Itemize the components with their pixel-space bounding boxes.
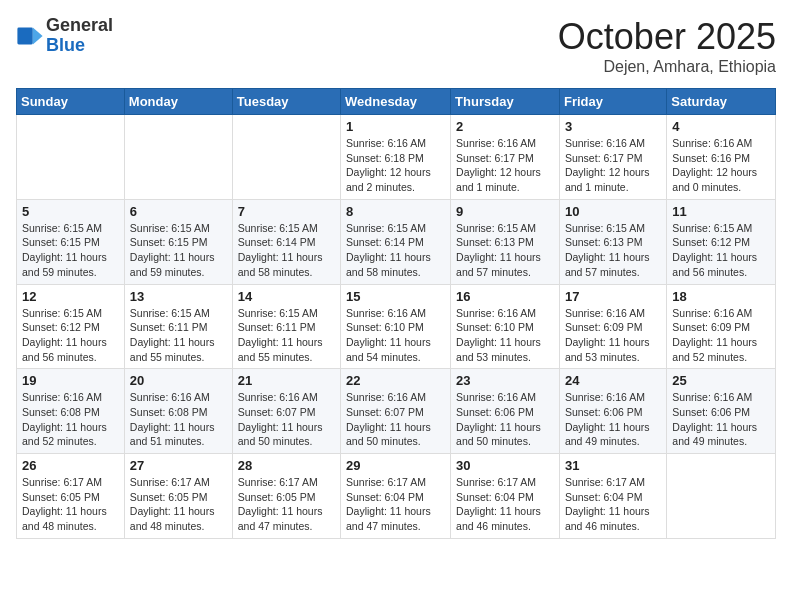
day-info: Sunrise: 6:16 AM Sunset: 6:10 PM Dayligh… (456, 306, 554, 365)
calendar-cell: 29Sunrise: 6:17 AM Sunset: 6:04 PM Dayli… (341, 454, 451, 539)
calendar-cell: 27Sunrise: 6:17 AM Sunset: 6:05 PM Dayli… (124, 454, 232, 539)
calendar-cell: 16Sunrise: 6:16 AM Sunset: 6:10 PM Dayli… (451, 284, 560, 369)
day-info: Sunrise: 6:17 AM Sunset: 6:05 PM Dayligh… (130, 475, 227, 534)
day-info: Sunrise: 6:16 AM Sunset: 6:09 PM Dayligh… (672, 306, 770, 365)
calendar-header-thursday: Thursday (451, 89, 560, 115)
calendar-cell: 3Sunrise: 6:16 AM Sunset: 6:17 PM Daylig… (559, 115, 666, 200)
calendar-cell: 25Sunrise: 6:16 AM Sunset: 6:06 PM Dayli… (667, 369, 776, 454)
day-number: 30 (456, 458, 554, 473)
calendar-header-friday: Friday (559, 89, 666, 115)
day-info: Sunrise: 6:16 AM Sunset: 6:06 PM Dayligh… (456, 390, 554, 449)
month-title: October 2025 (558, 16, 776, 58)
day-number: 23 (456, 373, 554, 388)
calendar-week-row: 1Sunrise: 6:16 AM Sunset: 6:18 PM Daylig… (17, 115, 776, 200)
day-info: Sunrise: 6:16 AM Sunset: 6:09 PM Dayligh… (565, 306, 661, 365)
page-header: General Blue October 2025 Dejen, Amhara,… (16, 16, 776, 76)
calendar-week-row: 26Sunrise: 6:17 AM Sunset: 6:05 PM Dayli… (17, 454, 776, 539)
day-info: Sunrise: 6:15 AM Sunset: 6:14 PM Dayligh… (346, 221, 445, 280)
day-number: 19 (22, 373, 119, 388)
day-number: 25 (672, 373, 770, 388)
svg-marker-1 (33, 27, 43, 44)
calendar-cell: 4Sunrise: 6:16 AM Sunset: 6:16 PM Daylig… (667, 115, 776, 200)
calendar-cell: 31Sunrise: 6:17 AM Sunset: 6:04 PM Dayli… (559, 454, 666, 539)
day-number: 22 (346, 373, 445, 388)
calendar-cell: 2Sunrise: 6:16 AM Sunset: 6:17 PM Daylig… (451, 115, 560, 200)
day-number: 7 (238, 204, 335, 219)
day-info: Sunrise: 6:15 AM Sunset: 6:12 PM Dayligh… (672, 221, 770, 280)
day-number: 18 (672, 289, 770, 304)
day-info: Sunrise: 6:15 AM Sunset: 6:15 PM Dayligh… (22, 221, 119, 280)
calendar-cell: 13Sunrise: 6:15 AM Sunset: 6:11 PM Dayli… (124, 284, 232, 369)
day-number: 26 (22, 458, 119, 473)
day-info: Sunrise: 6:15 AM Sunset: 6:13 PM Dayligh… (565, 221, 661, 280)
day-info: Sunrise: 6:15 AM Sunset: 6:15 PM Dayligh… (130, 221, 227, 280)
day-number: 11 (672, 204, 770, 219)
day-number: 15 (346, 289, 445, 304)
calendar-header-saturday: Saturday (667, 89, 776, 115)
calendar-week-row: 19Sunrise: 6:16 AM Sunset: 6:08 PM Dayli… (17, 369, 776, 454)
calendar-cell: 23Sunrise: 6:16 AM Sunset: 6:06 PM Dayli… (451, 369, 560, 454)
title-block: October 2025 Dejen, Amhara, Ethiopia (558, 16, 776, 76)
day-info: Sunrise: 6:17 AM Sunset: 6:05 PM Dayligh… (238, 475, 335, 534)
calendar-cell: 11Sunrise: 6:15 AM Sunset: 6:12 PM Dayli… (667, 199, 776, 284)
day-number: 5 (22, 204, 119, 219)
day-number: 17 (565, 289, 661, 304)
day-info: Sunrise: 6:16 AM Sunset: 6:06 PM Dayligh… (672, 390, 770, 449)
calendar-header-wednesday: Wednesday (341, 89, 451, 115)
day-info: Sunrise: 6:16 AM Sunset: 6:18 PM Dayligh… (346, 136, 445, 195)
day-info: Sunrise: 6:16 AM Sunset: 6:08 PM Dayligh… (130, 390, 227, 449)
day-info: Sunrise: 6:16 AM Sunset: 6:07 PM Dayligh… (346, 390, 445, 449)
day-info: Sunrise: 6:17 AM Sunset: 6:04 PM Dayligh… (565, 475, 661, 534)
calendar-cell: 19Sunrise: 6:16 AM Sunset: 6:08 PM Dayli… (17, 369, 125, 454)
day-number: 6 (130, 204, 227, 219)
day-number: 3 (565, 119, 661, 134)
day-info: Sunrise: 6:15 AM Sunset: 6:13 PM Dayligh… (456, 221, 554, 280)
calendar-cell: 28Sunrise: 6:17 AM Sunset: 6:05 PM Dayli… (232, 454, 340, 539)
day-number: 20 (130, 373, 227, 388)
day-info: Sunrise: 6:15 AM Sunset: 6:11 PM Dayligh… (130, 306, 227, 365)
day-info: Sunrise: 6:16 AM Sunset: 6:06 PM Dayligh… (565, 390, 661, 449)
day-info: Sunrise: 6:16 AM Sunset: 6:17 PM Dayligh… (565, 136, 661, 195)
calendar-cell: 7Sunrise: 6:15 AM Sunset: 6:14 PM Daylig… (232, 199, 340, 284)
calendar-header-sunday: Sunday (17, 89, 125, 115)
day-number: 1 (346, 119, 445, 134)
calendar-cell: 9Sunrise: 6:15 AM Sunset: 6:13 PM Daylig… (451, 199, 560, 284)
day-number: 27 (130, 458, 227, 473)
logo-general-text: General (46, 16, 113, 36)
day-number: 29 (346, 458, 445, 473)
calendar-cell: 6Sunrise: 6:15 AM Sunset: 6:15 PM Daylig… (124, 199, 232, 284)
day-number: 4 (672, 119, 770, 134)
calendar-cell: 17Sunrise: 6:16 AM Sunset: 6:09 PM Dayli… (559, 284, 666, 369)
day-number: 13 (130, 289, 227, 304)
day-number: 14 (238, 289, 335, 304)
calendar-cell (232, 115, 340, 200)
logo-blue-text: Blue (46, 36, 113, 56)
calendar-cell: 15Sunrise: 6:16 AM Sunset: 6:10 PM Dayli… (341, 284, 451, 369)
location-title: Dejen, Amhara, Ethiopia (558, 58, 776, 76)
svg-rect-0 (17, 27, 32, 44)
calendar-cell: 22Sunrise: 6:16 AM Sunset: 6:07 PM Dayli… (341, 369, 451, 454)
calendar-cell: 5Sunrise: 6:15 AM Sunset: 6:15 PM Daylig… (17, 199, 125, 284)
day-number: 8 (346, 204, 445, 219)
day-number: 10 (565, 204, 661, 219)
day-info: Sunrise: 6:17 AM Sunset: 6:05 PM Dayligh… (22, 475, 119, 534)
calendar-cell: 12Sunrise: 6:15 AM Sunset: 6:12 PM Dayli… (17, 284, 125, 369)
day-info: Sunrise: 6:15 AM Sunset: 6:14 PM Dayligh… (238, 221, 335, 280)
day-number: 21 (238, 373, 335, 388)
calendar-week-row: 12Sunrise: 6:15 AM Sunset: 6:12 PM Dayli… (17, 284, 776, 369)
logo: General Blue (16, 16, 113, 56)
calendar-cell: 20Sunrise: 6:16 AM Sunset: 6:08 PM Dayli… (124, 369, 232, 454)
calendar-header-monday: Monday (124, 89, 232, 115)
day-info: Sunrise: 6:17 AM Sunset: 6:04 PM Dayligh… (456, 475, 554, 534)
day-info: Sunrise: 6:17 AM Sunset: 6:04 PM Dayligh… (346, 475, 445, 534)
day-info: Sunrise: 6:16 AM Sunset: 6:10 PM Dayligh… (346, 306, 445, 365)
day-number: 2 (456, 119, 554, 134)
day-number: 9 (456, 204, 554, 219)
day-number: 31 (565, 458, 661, 473)
day-info: Sunrise: 6:16 AM Sunset: 6:08 PM Dayligh… (22, 390, 119, 449)
day-info: Sunrise: 6:16 AM Sunset: 6:16 PM Dayligh… (672, 136, 770, 195)
calendar-cell: 21Sunrise: 6:16 AM Sunset: 6:07 PM Dayli… (232, 369, 340, 454)
calendar-cell: 10Sunrise: 6:15 AM Sunset: 6:13 PM Dayli… (559, 199, 666, 284)
calendar-cell: 14Sunrise: 6:15 AM Sunset: 6:11 PM Dayli… (232, 284, 340, 369)
day-number: 28 (238, 458, 335, 473)
